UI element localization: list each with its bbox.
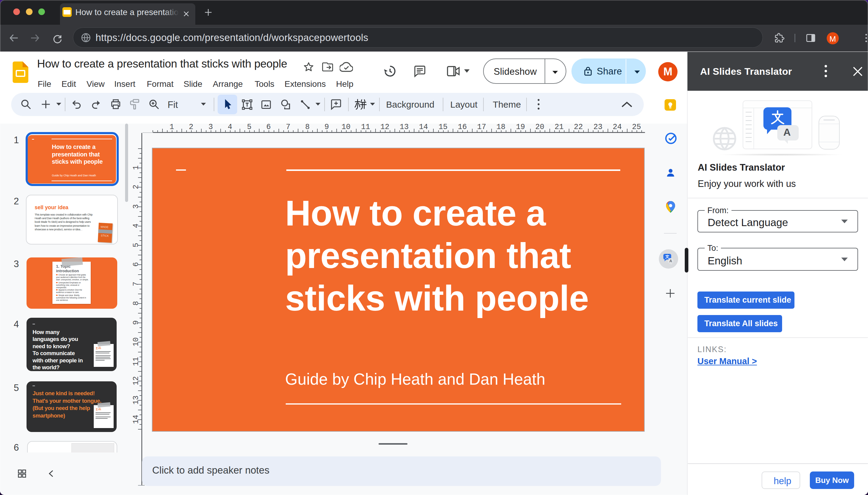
svg-text:A: A <box>670 259 672 263</box>
